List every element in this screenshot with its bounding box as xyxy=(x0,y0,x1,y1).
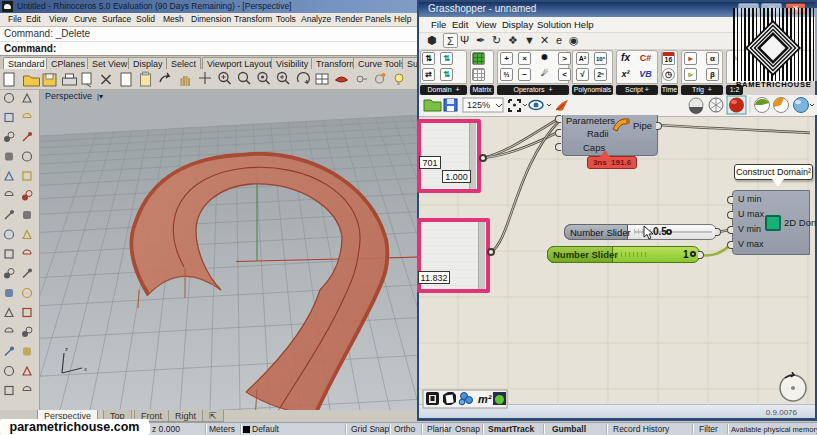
svg-text:125%: 125% xyxy=(467,100,490,110)
svg-text:Perspective: Perspective xyxy=(45,91,92,101)
svg-text:m²: m² xyxy=(478,393,492,405)
svg-text:z: z xyxy=(65,346,68,352)
svg-text:|▾: |▾ xyxy=(97,92,103,101)
svg-text:x: x xyxy=(84,366,87,372)
